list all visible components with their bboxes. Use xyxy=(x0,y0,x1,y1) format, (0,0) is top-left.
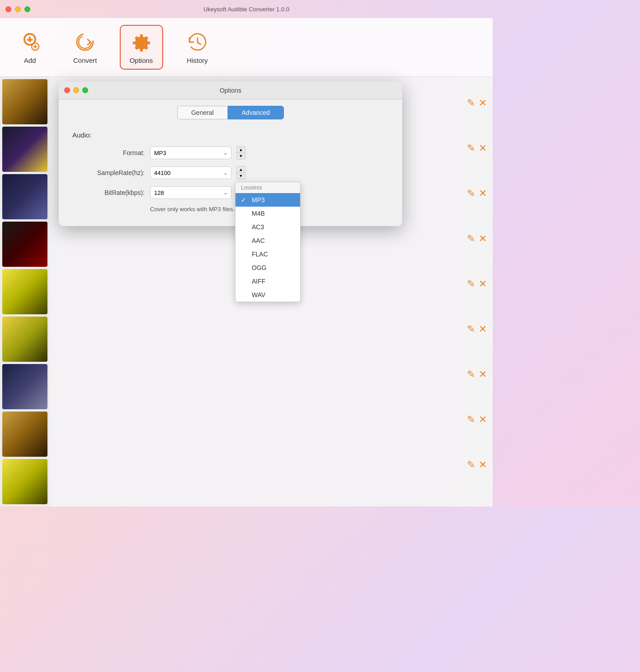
dropdown-item-m4b[interactable]: M4B xyxy=(235,207,300,220)
edit-icon-3[interactable]: ✎ xyxy=(467,188,475,199)
dropdown-item-ogg[interactable]: OGG xyxy=(235,261,300,274)
samplerate-spinner-up[interactable]: ▲ xyxy=(237,166,245,173)
window-title: Ukeysoft Audible Converter 1.0.0 xyxy=(203,6,289,13)
samplerate-label: SampleRate(hz): xyxy=(72,169,145,176)
spinner-down-button[interactable]: ▼ xyxy=(237,153,245,159)
row-actions-6: ✎ ✕ xyxy=(461,307,493,352)
row-actions-1: ✎ ✕ xyxy=(461,80,493,126)
dropdown-item-wav[interactable]: WAV xyxy=(235,288,300,302)
row-actions-8: ✎ ✕ xyxy=(461,397,493,442)
list-item[interactable] xyxy=(2,222,47,267)
list-item[interactable] xyxy=(2,317,47,362)
row-actions-7: ✎ ✕ xyxy=(461,352,493,397)
options-dialog: Options General Advanced Audio: Format: … xyxy=(59,81,402,226)
content-area: Options General Advanced Audio: Format: … xyxy=(50,77,461,506)
remove-icon-2[interactable]: ✕ xyxy=(479,142,487,154)
history-button[interactable]: History xyxy=(177,26,218,69)
main-area: Options General Advanced Audio: Format: … xyxy=(0,77,493,506)
maximize-window-button[interactable] xyxy=(24,6,30,12)
dialog-close-button[interactable] xyxy=(64,87,70,93)
edit-icon-7[interactable]: ✎ xyxy=(467,369,475,380)
list-item[interactable] xyxy=(2,364,47,409)
tab-advanced[interactable]: Advanced xyxy=(228,106,284,119)
audio-section-label: Audio: xyxy=(72,131,389,139)
options-button[interactable]: Options xyxy=(120,25,163,70)
dialog-title: Options xyxy=(220,87,241,94)
bitrate-select[interactable]: 128 192 256 320 xyxy=(150,186,231,199)
dropdown-item-aiff[interactable]: AIFF xyxy=(235,274,300,288)
spinner-up-button[interactable]: ▲ xyxy=(237,147,245,153)
edit-icon-1[interactable]: ✎ xyxy=(467,97,475,109)
format-select[interactable]: MP3 M4B AC3 AAC FLAC OGG AIFF WAV xyxy=(150,147,231,159)
remove-icon-6[interactable]: ✕ xyxy=(479,323,487,335)
bitrate-label: BitRate(kbps): xyxy=(72,189,145,196)
remove-icon-4[interactable]: ✕ xyxy=(479,233,487,245)
edit-icon-5[interactable]: ✎ xyxy=(467,278,475,290)
edit-icon-9[interactable]: ✎ xyxy=(467,459,475,471)
dropdown-item-flac[interactable]: FLAC xyxy=(235,247,300,261)
bitrate-select-wrapper: 128 192 256 320 xyxy=(150,186,231,199)
format-spinner: ▲ ▼ xyxy=(236,146,245,160)
dialog-traffic-lights xyxy=(64,87,88,93)
row-actions-4: ✎ ✕ xyxy=(461,216,493,261)
format-row: Format: MP3 M4B AC3 AAC FLAC OGG AIFF WA… xyxy=(72,146,389,160)
samplerate-select-wrapper: 44100 22050 16000 xyxy=(150,166,231,179)
format-select-wrapper: MP3 M4B AC3 AAC FLAC OGG AIFF WAV xyxy=(150,147,231,159)
dialog-body: Audio: Format: MP3 M4B AC3 AAC FLAC OGG … xyxy=(59,124,402,226)
dialog-minimize-button[interactable] xyxy=(73,87,79,93)
history-label: History xyxy=(187,57,208,64)
format-dropdown: Lossless MP3 M4B AC3 AAC FLAC OGG AIFF W… xyxy=(235,182,301,302)
dropdown-item-ac3[interactable]: AC3 xyxy=(235,220,300,234)
row-actions-3: ✎ ✕ xyxy=(461,171,493,216)
remove-icon-7[interactable]: ✕ xyxy=(479,369,487,380)
title-bar: Ukeysoft Audible Converter 1.0.0 xyxy=(0,0,493,18)
row-actions-2: ✎ ✕ xyxy=(461,126,493,171)
samplerate-spinner-down[interactable]: ▼ xyxy=(237,173,245,179)
edit-icon-8[interactable]: ✎ xyxy=(467,414,475,426)
edit-icon-2[interactable]: ✎ xyxy=(467,142,475,154)
traffic-lights xyxy=(5,6,30,12)
convert-icon xyxy=(73,30,97,54)
add-label: Add xyxy=(24,57,36,64)
dialog-tabs: General Advanced xyxy=(59,99,402,124)
samplerate-select[interactable]: 44100 22050 16000 xyxy=(150,166,231,179)
remove-icon-3[interactable]: ✕ xyxy=(479,188,487,199)
list-item[interactable] xyxy=(2,79,47,124)
toolbar: Add Convert Opt xyxy=(0,18,493,77)
remove-icon-9[interactable]: ✕ xyxy=(479,459,487,471)
tab-general[interactable]: General xyxy=(177,106,228,119)
list-item[interactable] xyxy=(2,174,47,219)
row-actions-5: ✎ ✕ xyxy=(461,261,493,307)
bitrate-row: BitRate(kbps): 128 192 256 320 ▲ ▼ xyxy=(72,186,389,199)
svg-point-4 xyxy=(79,36,91,48)
remove-icon-5[interactable]: ✕ xyxy=(479,278,487,290)
svg-line-6 xyxy=(198,43,201,44)
list-item[interactable] xyxy=(2,127,47,172)
minimize-window-button[interactable] xyxy=(15,6,21,12)
remove-icon-8[interactable]: ✕ xyxy=(479,414,487,426)
right-actions-panel: ✎ ✕ ✎ ✕ ✎ ✕ ✎ ✕ ✎ ✕ ✎ ✕ ✎ ✕ ✎ ✕ xyxy=(461,77,493,506)
list-item[interactable] xyxy=(2,412,47,457)
close-window-button[interactable] xyxy=(5,6,11,12)
format-label: Format: xyxy=(72,149,145,156)
dropdown-item-aac[interactable]: AAC xyxy=(235,234,300,247)
dropdown-item-mp3[interactable]: MP3 xyxy=(235,193,300,207)
list-item[interactable] xyxy=(2,459,47,504)
samplerate-row: SampleRate(hz): 44100 22050 16000 ▲ ▼ xyxy=(72,166,389,180)
edit-icon-4[interactable]: ✎ xyxy=(467,233,475,245)
history-icon xyxy=(186,30,209,54)
convert-button[interactable]: Convert xyxy=(64,26,106,69)
dropdown-group-lossless: Lossless xyxy=(235,182,300,193)
add-icon xyxy=(18,30,42,54)
options-label: Options xyxy=(130,57,153,64)
edit-icon-6[interactable]: ✎ xyxy=(467,323,475,335)
remove-icon-1[interactable]: ✕ xyxy=(479,97,487,109)
album-sidebar xyxy=(0,77,50,506)
add-button[interactable]: Add xyxy=(9,26,51,69)
options-icon xyxy=(130,30,153,54)
convert-label: Convert xyxy=(73,57,97,64)
dialog-maximize-button[interactable] xyxy=(82,87,88,93)
list-item[interactable] xyxy=(2,269,47,314)
row-actions-9: ✎ ✕ xyxy=(461,442,493,487)
samplerate-spinner: ▲ ▼ xyxy=(236,166,245,180)
